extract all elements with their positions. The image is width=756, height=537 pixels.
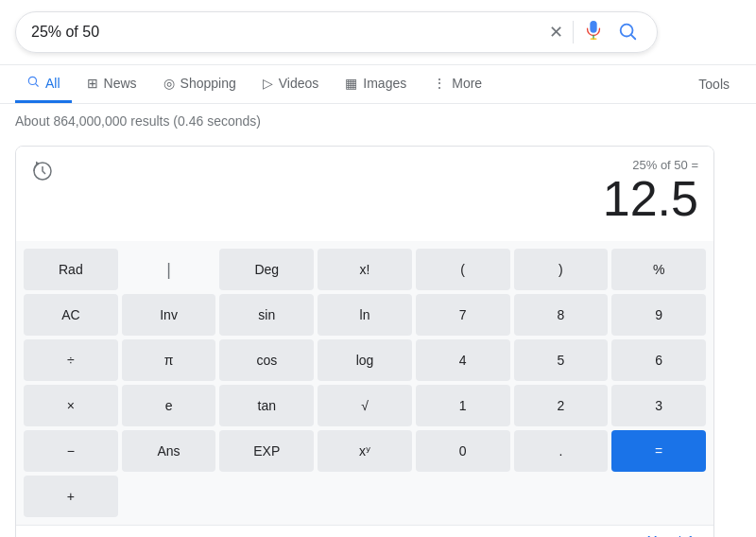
btn-8[interactable]: 8 bbox=[514, 294, 609, 336]
calc-expression: 25% of 50 = bbox=[603, 158, 698, 172]
tab-videos-label: Videos bbox=[279, 76, 319, 91]
svg-line-3 bbox=[631, 35, 635, 39]
btn-equals[interactable]: = bbox=[611, 430, 706, 472]
btn-multiply[interactable]: × bbox=[24, 385, 118, 426]
btn-factorial[interactable]: x! bbox=[318, 249, 412, 290]
svg-line-5 bbox=[36, 84, 39, 87]
tools-label: Tools bbox=[698, 77, 730, 92]
search-bar-container: ✕ bbox=[0, 0, 756, 65]
shopping-tab-icon: ◎ bbox=[163, 76, 175, 91]
btn-percent[interactable]: % bbox=[611, 249, 706, 290]
btn-divide[interactable]: ÷ bbox=[24, 339, 118, 381]
calculator-widget: 25% of 50 = 12.5 Rad | Deg x! ( ) % AC I… bbox=[15, 146, 714, 537]
more-info-label: More info bbox=[647, 533, 698, 537]
btn-open-paren[interactable]: ( bbox=[416, 249, 510, 290]
btn-7[interactable]: 7 bbox=[416, 294, 510, 336]
tab-news-label: News bbox=[104, 76, 137, 91]
btn-rad[interactable]: Rad bbox=[24, 249, 118, 290]
btn-subtract[interactable]: − bbox=[24, 430, 118, 472]
btn-decimal[interactable]: . bbox=[514, 430, 609, 472]
btn-2[interactable]: 2 bbox=[514, 385, 609, 426]
more-tab-icon: ⋮ bbox=[433, 76, 446, 91]
tab-shopping[interactable]: ◎ Shopping bbox=[152, 66, 248, 103]
tab-shopping-label: Shopping bbox=[180, 76, 236, 91]
btn-e[interactable]: e bbox=[122, 385, 216, 426]
btn-4[interactable]: 4 bbox=[416, 339, 510, 381]
videos-tab-icon: ▷ bbox=[263, 76, 273, 91]
calc-buttons: Rad | Deg x! ( ) % AC Inv sin ln 7 8 9 ÷… bbox=[16, 241, 713, 525]
btn-deg[interactable]: Deg bbox=[219, 249, 314, 290]
search-bar: ✕ bbox=[15, 11, 658, 53]
btn-exp[interactable]: EXP bbox=[219, 430, 314, 472]
btn-5[interactable]: 5 bbox=[514, 339, 609, 381]
calc-result: 12.5 bbox=[603, 172, 698, 226]
btn-ln[interactable]: ln bbox=[318, 294, 412, 336]
calc-display-top: 25% of 50 = 12.5 bbox=[31, 158, 698, 226]
all-tab-icon bbox=[26, 75, 40, 91]
tab-images[interactable]: ▦ Images bbox=[334, 66, 418, 103]
tab-all-label: All bbox=[45, 76, 60, 91]
btn-1[interactable]: 1 bbox=[416, 385, 510, 426]
tab-all[interactable]: All bbox=[15, 65, 72, 103]
nav-tabs: All ⊞ News ◎ Shopping ▷ Videos ▦ Images … bbox=[0, 65, 756, 104]
btn-power[interactable]: xʸ bbox=[318, 430, 412, 472]
btn-3[interactable]: 3 bbox=[611, 385, 706, 426]
btn-separator: | bbox=[122, 249, 216, 290]
btn-0[interactable]: 0 bbox=[416, 430, 510, 472]
calc-display: 25% of 50 = 12.5 bbox=[16, 147, 713, 241]
history-icon[interactable] bbox=[31, 160, 54, 188]
tools-tab[interactable]: Tools bbox=[687, 67, 741, 101]
clear-icon[interactable]: ✕ bbox=[549, 22, 563, 43]
tab-videos[interactable]: ▷ Videos bbox=[251, 66, 331, 103]
mic-icon[interactable] bbox=[583, 20, 604, 45]
results-count: About 864,000,000 results (0.46 seconds) bbox=[15, 113, 261, 129]
btn-tan[interactable]: tan bbox=[219, 385, 314, 426]
btn-6[interactable]: 6 bbox=[611, 339, 706, 381]
calc-expression-container: 25% of 50 = 12.5 bbox=[603, 158, 698, 226]
btn-9[interactable]: 9 bbox=[611, 294, 706, 336]
btn-log[interactable]: log bbox=[318, 339, 412, 381]
btn-inv[interactable]: Inv bbox=[122, 294, 216, 336]
search-input[interactable] bbox=[31, 24, 549, 41]
images-tab-icon: ▦ bbox=[345, 76, 357, 91]
divider bbox=[573, 21, 574, 43]
btn-ans[interactable]: Ans bbox=[122, 430, 216, 472]
btn-pi[interactable]: π bbox=[122, 339, 216, 381]
results-info: About 864,000,000 results (0.46 seconds) bbox=[0, 104, 756, 138]
tab-more[interactable]: ⋮ More bbox=[421, 66, 493, 103]
search-icons: ✕ bbox=[549, 17, 642, 48]
news-tab-icon: ⊞ bbox=[87, 76, 98, 91]
btn-close-paren[interactable]: ) bbox=[514, 249, 609, 290]
btn-cos[interactable]: cos bbox=[219, 339, 314, 381]
btn-clear[interactable]: AC bbox=[24, 294, 118, 336]
btn-add[interactable]: + bbox=[24, 476, 118, 517]
tab-more-label: More bbox=[452, 76, 482, 91]
search-button[interactable] bbox=[613, 17, 642, 48]
btn-sin[interactable]: sin bbox=[219, 294, 314, 336]
more-info[interactable]: More info bbox=[16, 525, 713, 537]
tab-news[interactable]: ⊞ News bbox=[76, 66, 148, 103]
tab-images-label: Images bbox=[363, 76, 406, 91]
btn-sqrt[interactable]: √ bbox=[318, 385, 412, 426]
